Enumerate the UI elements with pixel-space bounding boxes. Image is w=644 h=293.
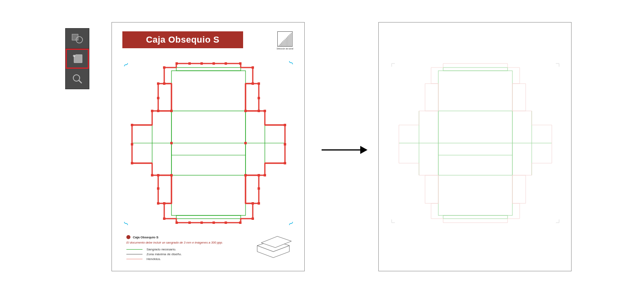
legend-label: Sangrado necesario. [147, 248, 176, 251]
swatch-black [126, 254, 142, 254]
svg-rect-13 [176, 215, 241, 219]
svg-rect-33 [284, 124, 286, 126]
svg-rect-61 [244, 142, 247, 144]
swatch-green [126, 249, 142, 250]
svg-rect-46 [163, 217, 165, 220]
svg-rect-57 [244, 110, 247, 112]
svg-rect-48 [163, 202, 165, 205]
svg-rect-34 [284, 143, 286, 145]
svg-rect-42 [200, 221, 203, 224]
svg-rect-30 [131, 124, 133, 126]
legend: Caja Obsequio S El documento debe inclui… [126, 235, 239, 262]
legend-label: Zona máxima de diseño. [147, 252, 182, 256]
artboard-tool[interactable] [66, 49, 89, 69]
artboard-icon [71, 53, 83, 65]
channel-direction-widget: Dirección de canal [275, 31, 295, 50]
svg-rect-31 [131, 143, 133, 145]
svg-rect-44 [225, 221, 227, 224]
svg-rect-16 [200, 62, 203, 65]
dieline-selected[interactable] [120, 59, 297, 227]
artboard-source[interactable]: Caja Obsequio S Dirección de canal [111, 22, 305, 271]
legend-label: Hendidos. [147, 257, 161, 261]
svg-rect-41 [188, 221, 191, 224]
legend-header: Caja Obsequio S [126, 235, 239, 239]
svg-rect-32 [131, 162, 133, 164]
svg-rect-59 [244, 174, 247, 176]
svg-rect-18 [225, 62, 227, 65]
svg-rect-19 [239, 62, 242, 65]
artboard-result[interactable] [378, 22, 572, 271]
svg-rect-35 [284, 162, 286, 164]
svg-rect-53 [258, 187, 260, 190]
svg-rect-39 [264, 174, 266, 176]
svg-rect-20 [163, 66, 165, 69]
svg-rect-37 [264, 110, 266, 112]
svg-rect-49 [252, 202, 254, 205]
svg-rect-50 [157, 202, 159, 205]
svg-rect-22 [163, 82, 165, 85]
svg-rect-27 [258, 97, 260, 99]
svg-rect-69 [443, 68, 508, 71]
svg-rect-12 [176, 68, 241, 71]
swatch-red [126, 259, 142, 259]
svg-rect-28 [157, 110, 159, 112]
svg-rect-47 [252, 217, 254, 220]
legend-note: El documento debe incluir un sangrado de… [126, 241, 239, 244]
svg-rect-36 [151, 110, 153, 112]
svg-point-4 [73, 75, 80, 81]
svg-rect-17 [213, 62, 215, 65]
arrow-icon [320, 144, 368, 156]
svg-rect-56 [170, 110, 173, 112]
bullet-icon [126, 235, 130, 239]
legend-row: Sangrado necesario. [126, 248, 239, 251]
shape-builder-tool[interactable] [66, 29, 89, 49]
svg-rect-14 [175, 62, 178, 65]
transition-arrow [320, 144, 368, 156]
svg-rect-40 [175, 221, 178, 224]
zoom-icon [72, 73, 83, 84]
svg-rect-51 [258, 202, 260, 205]
svg-rect-15 [188, 62, 191, 65]
svg-rect-26 [157, 97, 159, 99]
channel-direction-label: Dirección de canal [275, 47, 295, 50]
svg-rect-21 [252, 66, 254, 69]
svg-line-5 [79, 80, 82, 83]
shape-builder-icon [71, 33, 83, 44]
legend-title: Caja Obsequio S [133, 236, 159, 239]
template-title: Caja Obsequio S [122, 31, 243, 48]
svg-rect-38 [151, 174, 153, 176]
legend-row: Zona máxima de diseño. [126, 252, 239, 256]
legend-row: Hendidos. [126, 257, 239, 261]
svg-rect-23 [252, 82, 254, 85]
svg-rect-29 [258, 110, 260, 112]
svg-rect-43 [213, 221, 215, 224]
toolbar [65, 28, 89, 89]
svg-rect-52 [157, 187, 159, 190]
box-3d-preview [251, 232, 295, 264]
svg-rect-58 [170, 174, 173, 176]
fold-lines [132, 68, 285, 219]
svg-rect-54 [157, 174, 159, 176]
svg-rect-70 [443, 215, 508, 219]
svg-rect-55 [258, 174, 260, 176]
svg-rect-45 [239, 221, 242, 224]
channel-direction-icon [277, 31, 293, 47]
svg-rect-25 [258, 82, 260, 85]
dieline-clean [387, 59, 564, 227]
zoom-tool[interactable] [66, 69, 89, 89]
svg-rect-24 [157, 82, 159, 85]
svg-rect-60 [170, 142, 173, 144]
